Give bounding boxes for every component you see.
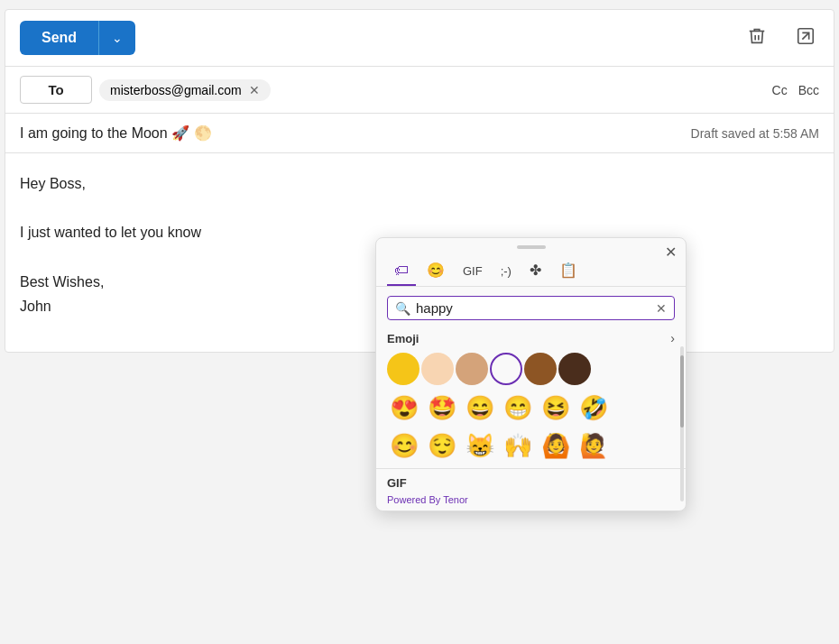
section-arrow-icon: › [670,331,675,345]
toolbar: Send ⌄ [5,10,834,67]
picker-search-row: 🔍 ✕ [376,287,686,326]
emoji-row-2: 😊 😌 😸 🙌 🙆 🙋 [376,427,686,465]
to-label-button[interactable]: To [20,76,92,104]
delete-button[interactable] [743,23,770,54]
emoji-blush[interactable]: 😊 [387,428,421,463]
emoji-picker: ✕ 🏷 😊 GIF ;-) ✤ 📋 [375,237,687,511]
drag-handle [517,245,546,249]
tab-kaomoji[interactable]: ;-) [493,257,519,286]
gif-tab-label: GIF [463,264,483,278]
email-compose-window: Send ⌄ T [5,9,834,353]
clipboard-icon: 📋 [559,262,577,278]
send-button-group: Send ⌄ [20,21,135,55]
subject-text: I am going to the Moon 🚀 🌕 [20,124,691,142]
kaomoji-tab-label: ;-) [501,264,512,278]
emoji-row-1: 😍 🤩 😄 😁 😆 🤣 [376,389,686,427]
emoji-section-label: Emoji [387,332,419,345]
tab-symbols[interactable]: ✤ [522,256,549,286]
emoji-icon: 😊 [427,262,445,278]
skin-tone-medium-dark[interactable] [524,353,557,385]
sticker-icon: 🏷 [394,262,409,278]
recipient-chip: misterboss@gmail.com ✕ [99,79,271,101]
skin-tone-grid [376,349,686,389]
send-button[interactable]: Send [20,21,98,55]
toolbar-icons [743,23,819,54]
emoji-grin[interactable]: 😁 [501,391,535,425]
picker-search-input[interactable] [416,300,650,316]
picker-drag-bar: ✕ [376,238,686,253]
body-line1: Hey Boss, [20,171,819,196]
skin-tone-medium-light[interactable] [456,353,488,385]
skin-tone-yellow[interactable] [387,353,420,385]
emoji-relieved[interactable]: 😌 [425,428,459,463]
picker-close-button[interactable]: ✕ [665,244,677,261]
popout-icon [796,26,816,46]
to-row: To misterboss@gmail.com ✕ Cc Bcc [5,67,834,114]
tab-gif[interactable]: GIF [456,257,490,286]
emoji-heart-eyes[interactable]: 😍 [387,391,421,425]
picker-scrollbar-thumb [680,355,684,428]
search-icon: 🔍 [395,301,410,316]
tab-clipboard[interactable]: 📋 [552,256,585,286]
emoji-rofl[interactable]: 🤣 [576,391,611,425]
picker-scrollbar[interactable] [680,346,684,501]
picker-search-container: 🔍 ✕ [387,296,675,320]
chevron-down-icon: ⌄ [112,31,123,45]
tab-sticker[interactable]: 🏷 [387,257,416,286]
recipient-email: misterboss@gmail.com [110,83,242,97]
emoji-person-raising-hand[interactable]: 🙋 [576,428,611,463]
emoji-person-ok[interactable]: 🙆 [539,428,573,463]
emoji-grinning[interactable]: 😄 [463,391,497,425]
tenor-link[interactable]: Powered By Tenor [376,492,686,511]
bcc-button[interactable]: Bcc [798,83,819,97]
emoji-cat-smile[interactable]: 😸 [463,428,497,463]
emoji-raising-hands[interactable]: 🙌 [501,428,535,463]
picker-tabs: 🏷 😊 GIF ;-) ✤ 📋 [376,253,686,287]
gif-section: GIF [376,468,686,492]
draft-status: Draft saved at 5:58 AM [691,126,819,141]
send-dropdown-button[interactable]: ⌄ [98,21,135,55]
symbols-icon: ✤ [530,262,541,278]
remove-recipient-button[interactable]: ✕ [249,83,260,97]
skin-tone-selected[interactable] [490,353,522,385]
trash-icon [747,26,767,46]
gif-section-label: GIF [387,476,407,490]
popout-button[interactable] [792,23,819,54]
picker-search-clear-button[interactable]: ✕ [656,301,667,316]
cc-button[interactable]: Cc [772,83,788,97]
emoji-laughing[interactable]: 😆 [539,391,573,425]
skin-tone-light[interactable] [421,353,454,385]
emoji-star-struck[interactable]: 🤩 [425,391,459,425]
tab-emoji[interactable]: 😊 [420,256,452,286]
cc-bcc-group: Cc Bcc [772,83,819,97]
picker-section-header: Emoji › [376,326,686,349]
skin-tone-dark[interactable] [558,353,591,385]
subject-row: I am going to the Moon 🚀 🌕 Draft saved a… [5,114,834,153]
